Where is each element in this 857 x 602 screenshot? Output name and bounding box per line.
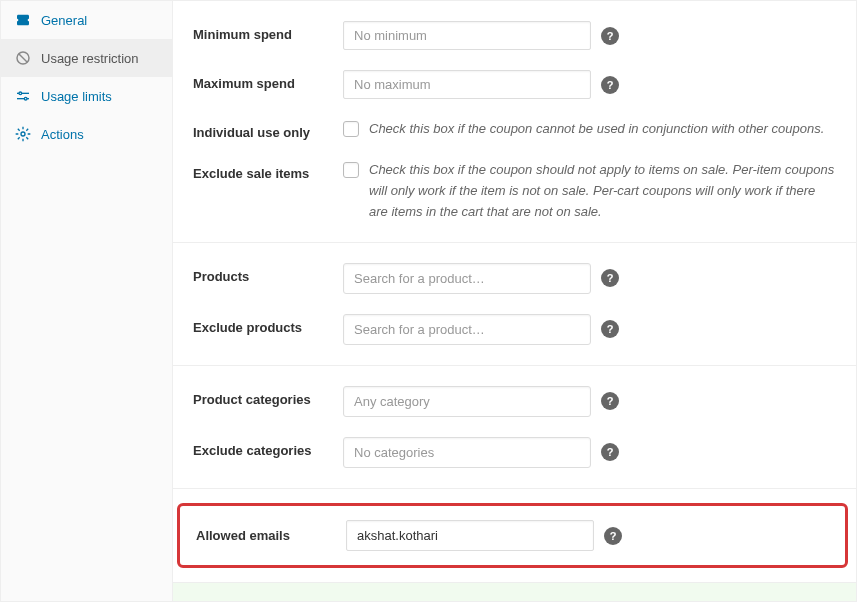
- exclude-categories-select[interactable]: No categories: [343, 437, 591, 468]
- tab-actions[interactable]: Actions: [1, 115, 172, 153]
- svg-point-4: [19, 92, 22, 95]
- tab-general[interactable]: General: [1, 1, 172, 39]
- exclude-products-select[interactable]: Search for a product…: [343, 314, 591, 345]
- help-icon[interactable]: ?: [601, 392, 619, 410]
- products-section: Products Search for a product… ? Exclude…: [173, 243, 856, 366]
- allowed-emails-highlight: Allowed emails ?: [177, 503, 848, 568]
- help-icon[interactable]: ?: [601, 27, 619, 45]
- min-spend-label: Minimum spend: [193, 21, 343, 42]
- tab-label: Usage limits: [41, 89, 112, 104]
- exclude-categories-row: Exclude categories No categories ?: [173, 427, 856, 478]
- min-spend-row: Minimum spend ?: [173, 11, 856, 60]
- help-icon[interactable]: ?: [601, 269, 619, 287]
- help-icon[interactable]: ?: [601, 76, 619, 94]
- disable-restriction-section: Disable Email restriction? Do not restri…: [173, 583, 856, 601]
- tab-usage-limits[interactable]: Usage limits: [1, 77, 172, 115]
- max-spend-input[interactable]: [343, 70, 591, 99]
- help-icon[interactable]: ?: [604, 527, 622, 545]
- settings-tabs-sidebar: General Usage restriction Usage limits A…: [1, 1, 173, 601]
- exclude-sale-label: Exclude sale items: [193, 160, 343, 181]
- allowed-emails-label: Allowed emails: [196, 528, 346, 543]
- exclude-sale-checkbox[interactable]: [343, 162, 359, 178]
- help-icon[interactable]: ?: [601, 320, 619, 338]
- settings-content: Minimum spend ? Maximum spend ? Individu…: [173, 1, 856, 601]
- spend-section: Minimum spend ? Maximum spend ? Individu…: [173, 1, 856, 243]
- tab-label: General: [41, 13, 87, 28]
- tab-label: Actions: [41, 127, 84, 142]
- exclude-products-row: Exclude products Search for a product… ?: [173, 304, 856, 355]
- max-spend-label: Maximum spend: [193, 70, 343, 91]
- svg-line-1: [19, 54, 28, 63]
- allowed-emails-input[interactable]: [346, 520, 594, 551]
- svg-point-5: [24, 97, 27, 100]
- individual-use-label: Individual use only: [193, 119, 343, 140]
- exclude-sale-row: Exclude sale items Check this box if the…: [173, 150, 856, 232]
- tab-label: Usage restriction: [41, 51, 139, 66]
- ticket-icon: [15, 12, 31, 28]
- exclude-categories-label: Exclude categories: [193, 437, 343, 458]
- products-label: Products: [193, 263, 343, 284]
- ban-icon: [15, 50, 31, 66]
- individual-use-row: Individual use only Check this box if th…: [173, 109, 856, 150]
- products-row: Products Search for a product… ?: [173, 253, 856, 304]
- svg-point-6: [21, 132, 25, 136]
- categories-row: Product categories Any category ?: [173, 376, 856, 427]
- emails-section: Allowed emails ?: [173, 489, 856, 583]
- exclude-sale-desc: Check this box if the coupon should not …: [369, 160, 836, 222]
- tab-usage-restriction[interactable]: Usage restriction: [1, 39, 172, 77]
- categories-label: Product categories: [193, 386, 343, 407]
- gear-icon: [15, 126, 31, 142]
- disable-restriction-row: Disable Email restriction? Do not restri…: [173, 593, 856, 601]
- exclude-products-label: Exclude products: [193, 314, 343, 335]
- individual-use-checkbox[interactable]: [343, 121, 359, 137]
- coupon-settings-panel: General Usage restriction Usage limits A…: [0, 0, 857, 602]
- individual-use-desc: Check this box if the coupon cannot be u…: [369, 119, 824, 140]
- categories-select[interactable]: Any category: [343, 386, 591, 417]
- max-spend-row: Maximum spend ?: [173, 60, 856, 109]
- categories-section: Product categories Any category ? Exclud…: [173, 366, 856, 489]
- min-spend-input[interactable]: [343, 21, 591, 50]
- sliders-icon: [15, 88, 31, 104]
- help-icon[interactable]: ?: [601, 443, 619, 461]
- products-select[interactable]: Search for a product…: [343, 263, 591, 294]
